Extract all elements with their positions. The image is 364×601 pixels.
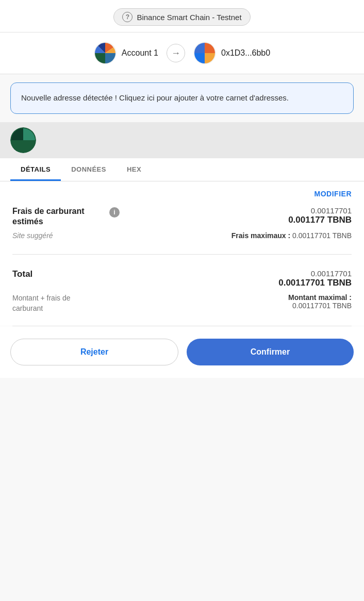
top-bar: ? Binance Smart Chain - Testnet bbox=[0, 0, 364, 32]
total-section: Total 0.00117701 0.00117701 TBNB Montant… bbox=[12, 259, 352, 326]
destination-address: 0x1D3...6bb0 bbox=[221, 48, 270, 58]
partial-avatar bbox=[10, 127, 36, 153]
reject-button[interactable]: Rejeter bbox=[10, 339, 178, 365]
arrow-icon: → bbox=[167, 44, 185, 62]
tab-hex[interactable]: HEX bbox=[117, 158, 152, 181]
max-amount: Montant maximal : 0.00117701 TBNB bbox=[288, 293, 352, 310]
fee-subrow: Site suggéré Frais maximaux : 0.00117701… bbox=[12, 231, 352, 240]
address-info: 0x1D3...6bb0 bbox=[193, 42, 270, 64]
gas-fee-label: Frais de carburant estimés bbox=[12, 206, 105, 228]
total-subrow: Montant + frais de carburant Montant max… bbox=[12, 293, 352, 313]
total-label: Total bbox=[12, 269, 32, 279]
tab-donnees[interactable]: DONNÉES bbox=[61, 158, 117, 181]
network-badge[interactable]: ? Binance Smart Chain - Testnet bbox=[113, 8, 250, 26]
max-fees: Frais maximaux : 0.00117701 TBNB bbox=[231, 231, 352, 240]
account-avatar bbox=[94, 42, 117, 64]
action-buttons: Rejeter Confirmer bbox=[0, 326, 364, 378]
gas-info-icon[interactable]: i bbox=[109, 207, 120, 218]
fee-label-group: Frais de carburant estimés i bbox=[12, 206, 288, 228]
total-amount-large: 0.00117701 TBNB bbox=[278, 278, 352, 288]
total-header: Total 0.00117701 0.00117701 TBNB bbox=[12, 269, 352, 288]
tabs-row: DÉTAILS DONNÉES HEX bbox=[0, 158, 364, 181]
gas-amount-small: 0.00117701 bbox=[288, 206, 352, 215]
content-section: MODIFIER Frais de carburant estimés i 0.… bbox=[0, 181, 364, 326]
total-values: 0.00117701 0.00117701 TBNB bbox=[278, 269, 352, 288]
destination-avatar bbox=[193, 42, 216, 64]
help-icon[interactable]: ? bbox=[122, 12, 133, 22]
total-amount-small: 0.00117701 bbox=[278, 269, 352, 278]
tab-details[interactable]: DÉTAILS bbox=[10, 158, 61, 181]
total-sub-label: Montant + frais de carburant bbox=[12, 293, 95, 313]
gas-amount-large: 0.001177 TBNB bbox=[288, 215, 352, 225]
network-name: Binance Smart Chain - Testnet bbox=[137, 13, 241, 22]
gas-fee-section: Frais de carburant estimés i 0.00117701 … bbox=[12, 202, 352, 251]
notification-text: Nouvelle adresse détectée ! Cliquez ici … bbox=[21, 93, 289, 102]
site-suggested: Site suggéré bbox=[12, 231, 53, 240]
account-row: Account 1 → 0x1D3...6bb0 bbox=[0, 32, 364, 74]
confirm-button[interactable]: Confirmer bbox=[187, 339, 354, 365]
avatar-partial-section bbox=[0, 122, 364, 158]
account-name: Account 1 bbox=[122, 48, 158, 58]
section-divider bbox=[12, 254, 352, 255]
fee-values: 0.00117701 0.001177 TBNB bbox=[288, 206, 352, 225]
modifier-button[interactable]: MODIFIER bbox=[315, 190, 352, 198]
fee-header: Frais de carburant estimés i 0.00117701 … bbox=[12, 206, 352, 228]
account-info: Account 1 bbox=[94, 42, 158, 64]
notification-banner[interactable]: Nouvelle adresse détectée ! Cliquez ici … bbox=[10, 82, 354, 114]
modifier-row: MODIFIER bbox=[12, 181, 352, 202]
